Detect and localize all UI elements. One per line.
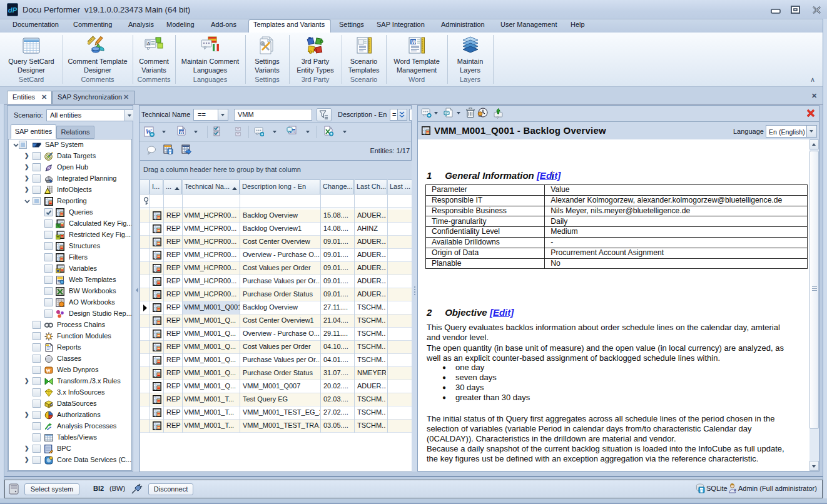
svg-text:A: A <box>147 41 150 46</box>
